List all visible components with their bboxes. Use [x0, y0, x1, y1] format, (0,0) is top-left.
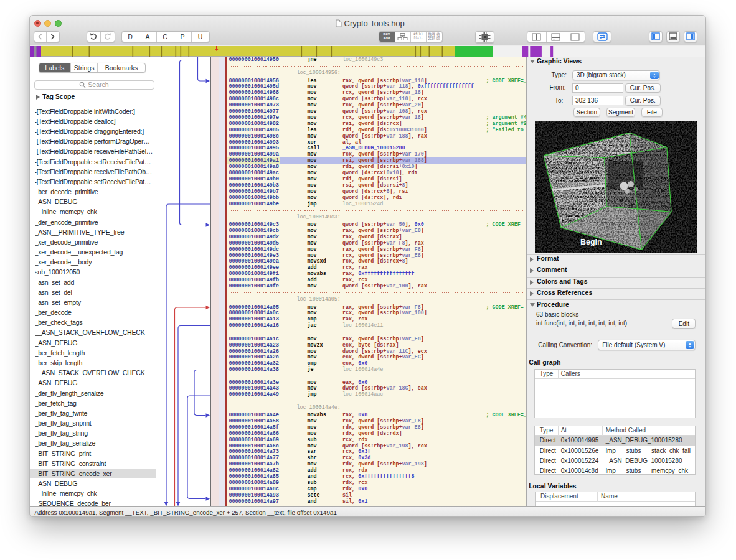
- svg-text:Begin: Begin: [580, 238, 602, 246]
